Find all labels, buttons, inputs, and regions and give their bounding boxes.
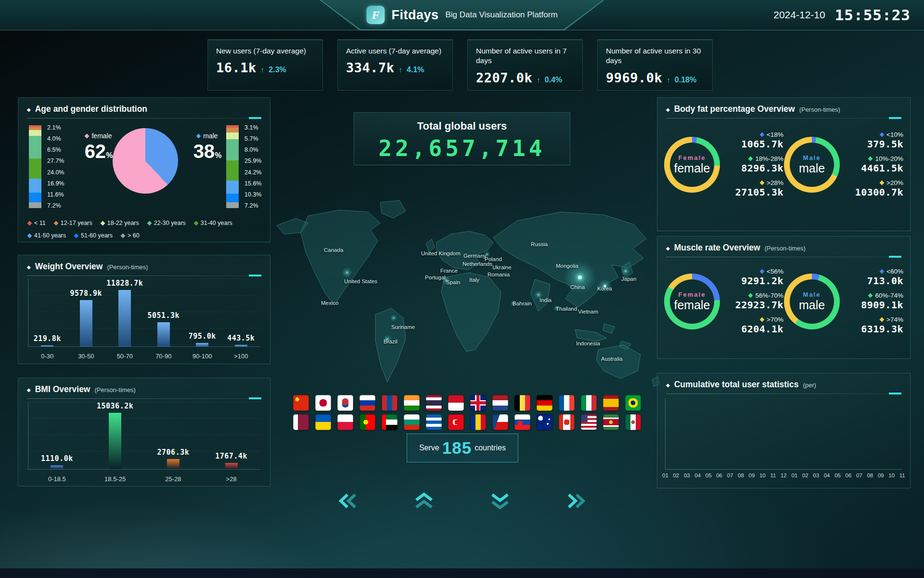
flag-thailand[interactable] <box>426 395 442 411</box>
stat-card-active-users: Active users (7-day average) 334.7k ↑ 4.… <box>337 39 453 91</box>
flag-south-korea[interactable] <box>337 395 353 411</box>
legend-item[interactable]: 22-30 years <box>148 220 186 226</box>
bar <box>80 300 92 347</box>
flag-japan[interactable] <box>315 395 331 411</box>
flag-france[interactable] <box>559 395 575 411</box>
flag-poland[interactable] <box>337 414 353 430</box>
age-segment-label: 8.0% <box>244 146 261 153</box>
male-label: male <box>203 132 218 140</box>
legend-item[interactable]: 18-22 years <box>101 220 139 226</box>
legend-item[interactable]: 31-40 years <box>194 220 232 226</box>
flag-slovakia[interactable] <box>514 414 530 430</box>
pan-right-button[interactable] <box>566 493 587 509</box>
stat-diamond-icon <box>868 293 873 298</box>
datetime: 2024-12-10 15:55:23 <box>773 0 911 30</box>
flag-canada[interactable] <box>559 414 575 430</box>
legend-diamond-icon <box>27 221 32 225</box>
flag-brazil[interactable] <box>625 395 641 411</box>
legend-item[interactable]: < 11 <box>28 220 46 226</box>
flag-czech-republic[interactable] <box>492 414 508 430</box>
donut-stat: <10%379.5k <box>847 131 903 150</box>
map-country-label: Mongolia <box>556 263 578 269</box>
bar-slot: 1110.0k0-18.5 <box>28 402 86 483</box>
map-country-label: Portugal <box>425 275 446 280</box>
stat-value: 334.7k <box>346 60 395 75</box>
donut-center-sublabel: female <box>674 298 710 312</box>
x-tick-label: 04 <box>824 473 830 478</box>
x-tick-label: 09 <box>749 473 755 478</box>
flag-russia[interactable] <box>359 395 375 411</box>
flag-portugal[interactable] <box>359 414 375 430</box>
legend-item[interactable]: 51-60 years <box>75 232 113 239</box>
cumulative-stats-panel: ◆ Cumulative total user statistics (per)… <box>657 373 911 488</box>
age-segment-label: 11.6% <box>47 191 64 198</box>
map-country-label: Mexico <box>321 300 338 306</box>
map-country-label: Suriname <box>391 324 415 330</box>
flag-greece[interactable] <box>426 414 442 430</box>
male-age-stacked-bar <box>226 125 239 208</box>
flag-netherlands[interactable] <box>492 395 508 411</box>
flag-united-kingdom[interactable] <box>470 395 486 411</box>
flag-india[interactable] <box>404 395 420 411</box>
flag-uae[interactable] <box>382 414 398 430</box>
y-axis <box>28 402 28 470</box>
stat-diamond-icon <box>748 157 753 161</box>
serve-count: 185 <box>442 438 472 458</box>
stat-card-active-7d: Number of active users in 7 days 2207.0k… <box>467 39 583 91</box>
donut-center-sublabel: female <box>674 161 710 175</box>
pan-up-button[interactable] <box>414 492 434 510</box>
bar-value-label: 5051.3k <box>147 311 180 320</box>
bmi-overview-panel: ◆ BMI Overview (Person-times) 1110.0k0-1… <box>18 378 270 486</box>
flag-indonesia[interactable] <box>448 395 464 411</box>
legend-item[interactable]: 41-50 years <box>28 232 66 239</box>
top-header: F Fitdays Big Data Visualization Platfor… <box>0 0 924 30</box>
legend-diamond-icon <box>121 233 126 238</box>
flag-bulgaria[interactable] <box>404 414 420 430</box>
brand: F Fitdays Big Data Visualization Platfor… <box>366 0 557 30</box>
panel-diamond-icon: ◆ <box>666 382 670 388</box>
age-legend: < 1112-17 years18-22 years22-30 years31-… <box>18 215 269 239</box>
map-country-label: United States <box>344 278 377 284</box>
flag-italy[interactable] <box>581 395 597 411</box>
pan-left-button[interactable] <box>337 493 358 509</box>
stat-diamond-icon <box>880 181 885 185</box>
panel-diamond-icon: ◆ <box>27 387 31 393</box>
map-navigation-arrows <box>337 487 587 514</box>
flag-turkey[interactable] <box>448 414 464 430</box>
donut-center-label: Female <box>679 291 706 298</box>
stat-label: New users (7-day average) <box>216 46 314 56</box>
flag-mongolia[interactable] <box>382 395 398 411</box>
age-segment <box>226 181 239 194</box>
x-tick-label: 11 <box>770 473 776 478</box>
flag-suriname[interactable] <box>603 414 619 430</box>
flag-ukraine[interactable] <box>315 414 331 430</box>
flag-spain[interactable] <box>603 395 619 411</box>
country-flags-row-1 <box>267 395 667 411</box>
map-country-label: Spain <box>446 279 460 285</box>
flag-germany[interactable] <box>537 395 552 411</box>
female-label: female <box>91 132 112 140</box>
bar-category-label: 0-18.5 <box>48 470 66 483</box>
bottom-strip <box>0 568 924 578</box>
pan-down-button[interactable] <box>490 492 510 510</box>
flag-belgium[interactable] <box>514 395 530 411</box>
age-segment-label: 25.9% <box>244 158 261 164</box>
male-diamond-icon <box>196 133 201 138</box>
weight-bar-chart: 219.8k0-309578.9k30-5011828.7k50-705051.… <box>28 279 260 360</box>
map-country-label: Poland <box>485 256 502 262</box>
flag-united-states[interactable] <box>581 414 597 430</box>
stat-value: 2207.0k <box>476 70 532 85</box>
flag-romania[interactable] <box>470 414 486 430</box>
flag-qatar[interactable] <box>293 414 309 430</box>
legend-item[interactable]: 12-17 years <box>54 220 92 226</box>
flag-china[interactable] <box>293 395 309 411</box>
legend-diamond-icon <box>147 221 152 225</box>
stat-diamond-icon <box>880 269 885 274</box>
flag-australia[interactable] <box>537 414 552 430</box>
flag-mexico[interactable] <box>625 414 641 430</box>
muscle-female-stats: <56%9291.2k56%-70%22923.7k>70%6204.1k <box>728 268 783 335</box>
donut-stat: >70%6204.1k <box>728 316 783 335</box>
donut-stat: >74%6319.3k <box>847 316 903 335</box>
panel-title: Cumulative total user statistics <box>674 380 799 390</box>
legend-item[interactable]: > 60 <box>121 232 140 239</box>
